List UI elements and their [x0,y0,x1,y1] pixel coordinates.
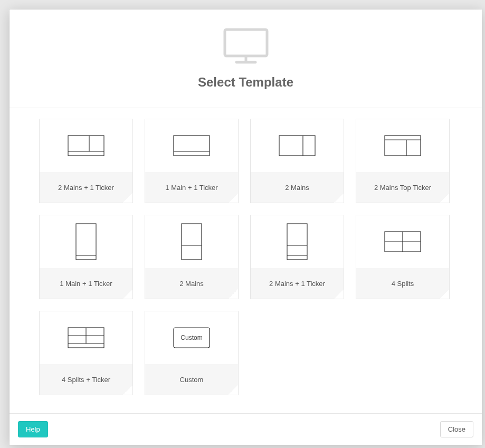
layout-2mains-ticker-horizontal-icon [68,135,104,156]
layout-topticker-2mains-icon [384,135,421,156]
template-label: 1 Main + 1 Ticker [40,268,132,299]
template-thumb [145,119,238,172]
template-label: 1 Main + 1 Ticker [145,172,238,203]
template-card-2mains-v[interactable]: 2 Mains [145,215,239,299]
svg-rect-0 [225,30,267,56]
layout-custom-icon: Custom [173,327,210,348]
layout-2mains-vertical-icon [181,223,202,260]
close-button[interactable]: Close [440,421,473,437]
layout-4splits-ticker-icon [68,327,104,348]
svg-rect-17 [287,224,307,260]
svg-rect-13 [76,224,96,260]
template-grid: 2 Mains + 1 Ticker 1 Main + 1 Ticker [39,119,452,395]
template-card-1main-1ticker-v[interactable]: 1 Main + 1 Ticker [39,215,133,299]
template-card-4splits[interactable]: 4 Splits [356,215,450,299]
modal-body: 2 Mains + 1 Ticker 1 Main + 1 Ticker [9,108,482,413]
template-thumb [40,215,132,268]
template-card-4splits-ticker[interactable]: 4 Splits + Ticker [39,311,133,395]
template-thumb [356,119,449,172]
template-card-2mains-h[interactable]: 2 Mains [250,119,344,203]
template-thumb [251,215,344,268]
select-template-modal: Select Template 2 Mains + 1 Ticker [9,9,482,445]
template-card-custom[interactable]: Custom Custom [145,311,239,395]
template-label: 2 Mains [251,172,344,203]
svg-rect-3 [68,136,104,156]
template-card-2mains-topticker[interactable]: 2 Mains Top Ticker [356,119,450,203]
modal-title: Select Template [198,75,293,90]
template-label: 2 Mains + 1 Ticker [40,172,132,203]
template-card-2mains-1ticker-h[interactable]: 2 Mains + 1 Ticker [39,119,133,203]
template-thumb [251,119,344,172]
svg-rect-6 [174,136,210,156]
svg-rect-10 [385,136,421,156]
layout-1main-ticker-vertical-icon [75,223,97,260]
layout-4splits-icon [384,231,421,252]
layout-1main-ticker-horizontal-icon [173,135,210,156]
template-thumb [40,311,132,364]
modal-footer: Help Close [9,413,482,445]
svg-rect-8 [279,136,315,156]
layout-2mains-ticker-vertical-icon [287,223,308,260]
help-button[interactable]: Help [18,421,48,437]
template-thumb: Custom [145,311,238,364]
layout-2mains-horizontal-icon [279,135,316,156]
template-label: 2 Mains + 1 Ticker [251,268,344,299]
template-label: Custom [145,364,238,395]
template-label: 4 Splits + Ticker [40,364,132,395]
custom-inner-label: Custom [180,334,202,341]
template-label: 2 Mains Top Ticker [356,172,449,203]
template-card-2mains-1ticker-v[interactable]: 2 Mains + 1 Ticker [250,215,344,299]
template-thumb [40,119,132,172]
template-label: 4 Splits [356,268,449,299]
template-thumb [145,215,238,268]
template-card-1main-1ticker-h[interactable]: 1 Main + 1 Ticker [145,119,239,203]
monitor-icon [222,27,270,65]
template-thumb [356,215,449,268]
template-label: 2 Mains [145,268,238,299]
modal-header: Select Template [9,9,482,108]
svg-rect-15 [182,224,202,260]
